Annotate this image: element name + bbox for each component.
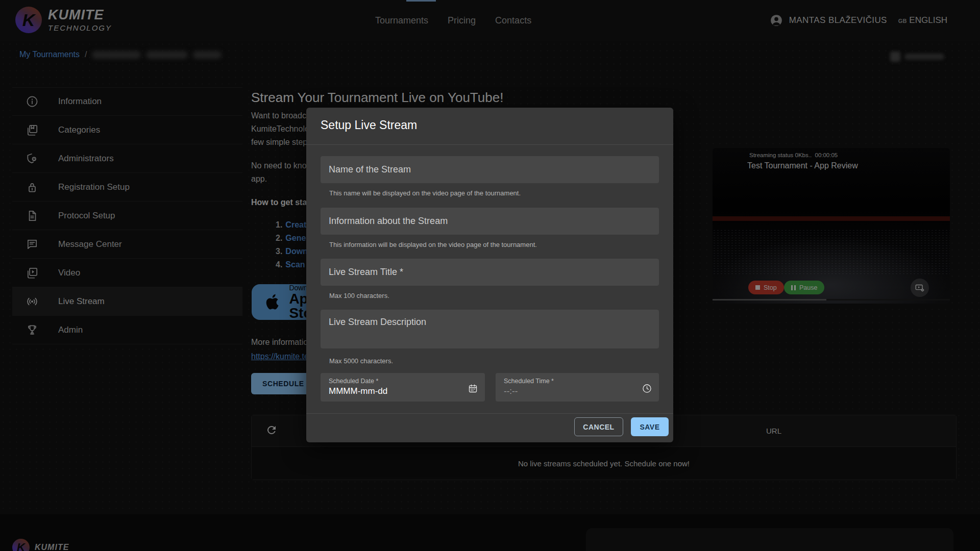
setup-live-stream-modal: Setup Live Stream This name will be disp… bbox=[306, 108, 673, 442]
stream-name-input[interactable] bbox=[321, 156, 659, 183]
scheduled-date-value: MMMM-mm-dd bbox=[329, 386, 478, 396]
stream-info-input[interactable] bbox=[321, 208, 659, 235]
clock-icon[interactable] bbox=[642, 383, 652, 394]
scheduled-time-label: Scheduled Time * bbox=[504, 378, 652, 385]
live-stream-description-input[interactable] bbox=[321, 310, 659, 348]
scheduled-date-label: Scheduled Date * bbox=[329, 378, 478, 385]
cancel-button[interactable]: CANCEL bbox=[574, 417, 623, 436]
live-stream-description-helper: Max 5000 characters. bbox=[329, 357, 393, 365]
stream-info-helper: This information will be displayed on th… bbox=[329, 241, 537, 248]
calendar-icon[interactable] bbox=[468, 383, 478, 394]
scheduled-date-field[interactable]: Scheduled Date * MMMM-mm-dd bbox=[321, 373, 485, 402]
modal-title: Setup Live Stream bbox=[321, 118, 417, 132]
live-stream-title-helper: Max 100 characters. bbox=[329, 292, 389, 299]
modal-actions: CANCEL SAVE bbox=[574, 417, 669, 436]
save-button[interactable]: SAVE bbox=[631, 417, 669, 436]
stream-name-helper: This name will be displayed on the video… bbox=[329, 189, 521, 197]
scheduled-time-value: --:-- bbox=[504, 386, 652, 396]
scheduled-time-field[interactable]: Scheduled Time * --:-- bbox=[496, 373, 659, 402]
modal-footer-divider bbox=[306, 413, 673, 414]
live-stream-title-input[interactable] bbox=[321, 259, 659, 286]
modal-header-divider bbox=[306, 144, 673, 145]
